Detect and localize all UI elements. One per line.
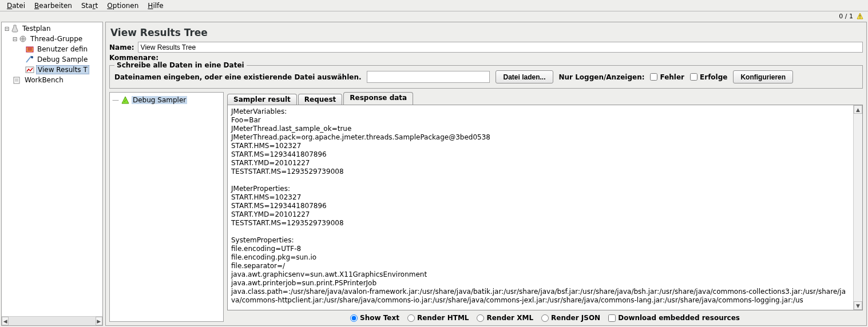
view-results-icon bbox=[25, 65, 35, 74]
response-text-area[interactable]: JMeterVariables: Foo=Bar JMeterThread.la… bbox=[228, 105, 853, 310]
svg-text:✓: ✓ bbox=[124, 98, 128, 103]
tab-request[interactable]: Request bbox=[298, 94, 343, 105]
panel-title: View Results Tree bbox=[110, 27, 863, 38]
response-data-panel: JMeterVariables: Foo=Bar JMeterThread.la… bbox=[227, 105, 863, 310]
result-label: Debug Sampler bbox=[132, 96, 187, 104]
tree-label: Thread-Gruppe bbox=[29, 35, 84, 43]
fieldset-legend: Schreibe alle Daten in eine Datei bbox=[114, 61, 247, 69]
menu-start[interactable]: Start bbox=[79, 1, 100, 10]
menu-datei[interactable]: Datei bbox=[5, 1, 27, 10]
svg-rect-2 bbox=[859, 18, 860, 18]
menu-hilfe[interactable]: Hilfe bbox=[145, 1, 165, 10]
tree-label: Debug Sample bbox=[36, 55, 89, 63]
menubar: Datei Bearbeiten Start Optionen Hilfe bbox=[0, 0, 868, 11]
configure-button[interactable]: Konfigurieren bbox=[733, 70, 793, 83]
render-show-text[interactable]: Show Text bbox=[350, 314, 399, 322]
render-options: Show Text Render HTML Render XML Render … bbox=[227, 310, 863, 322]
test-plan-tree[interactable]: ⊟ Testplan ⊟ Thread-Gruppe Benutzer defi… bbox=[2, 22, 102, 316]
vertical-scrollbar[interactable]: ▲ ▼ bbox=[853, 105, 862, 310]
test-plan-tree-pane: ⊟ Testplan ⊟ Thread-Gruppe Benutzer defi… bbox=[1, 22, 103, 326]
counter-row: 0 / 1 bbox=[0, 11, 868, 21]
scroll-down-icon[interactable]: ▼ bbox=[854, 301, 862, 310]
tree-handle-icon[interactable]: ⊟ bbox=[12, 36, 18, 42]
tree-handle-icon[interactable]: ⊟ bbox=[4, 26, 10, 32]
success-checkbox[interactable]: Erfolge bbox=[690, 73, 727, 81]
user-vars-icon bbox=[25, 45, 35, 54]
debug-sampler-icon bbox=[25, 55, 35, 64]
svg-point-5 bbox=[31, 56, 33, 58]
tree-node-thread-group[interactable]: ⊟ Thread-Gruppe bbox=[2, 34, 102, 44]
filename-prompt: Dateinamen eingeben, oder eine existiere… bbox=[114, 73, 361, 81]
name-row: Name: bbox=[109, 42, 863, 53]
load-file-button[interactable]: Datei laden... bbox=[496, 70, 553, 83]
success-icon: ✓ bbox=[121, 96, 129, 104]
filename-input[interactable] bbox=[367, 71, 490, 83]
render-xml[interactable]: Render XML bbox=[477, 314, 533, 322]
tab-response-data[interactable]: Response data bbox=[343, 92, 413, 105]
result-tabs-area: Sampler result Request Response data JMe… bbox=[227, 92, 863, 322]
menu-bearbeiten[interactable]: Bearbeiten bbox=[32, 1, 74, 10]
write-results-fieldset: Schreibe alle Daten in eine Datei Datein… bbox=[109, 65, 863, 89]
tree-node-debug-sampler[interactable]: Debug Sample bbox=[2, 54, 102, 65]
name-input[interactable] bbox=[138, 42, 863, 53]
menu-optionen[interactable]: Optionen bbox=[105, 1, 141, 10]
tree-node-workbench[interactable]: WorkBench bbox=[2, 75, 102, 85]
tree-label: Testplan bbox=[21, 25, 52, 33]
result-tree[interactable]: — ✓ Debug Sampler bbox=[109, 92, 224, 322]
flask-icon bbox=[10, 24, 20, 33]
editor-pane: View Results Tree Name: Kommenare: Schre… bbox=[105, 22, 867, 326]
comment-label: Kommenare: bbox=[109, 54, 158, 62]
name-label: Name: bbox=[109, 43, 134, 51]
scroll-up-icon[interactable]: ▲ bbox=[854, 105, 862, 114]
tree-label: WorkBench bbox=[23, 76, 65, 84]
thread-counter: 0 / 1 bbox=[839, 13, 853, 20]
tree-branch-icon: — bbox=[112, 96, 119, 104]
download-embedded-checkbox[interactable]: Download embedded resources bbox=[608, 314, 740, 322]
warning-icon bbox=[857, 13, 863, 19]
tree-node-testplan[interactable]: ⊟ Testplan bbox=[2, 23, 102, 34]
workbench-icon bbox=[12, 75, 22, 85]
tree-label: Benutzer defin bbox=[36, 45, 89, 53]
result-tree-item[interactable]: — ✓ Debug Sampler bbox=[112, 95, 221, 105]
log-display-label: Nur Loggen/Anzeigen: bbox=[559, 73, 645, 81]
result-tabs: Sampler result Request Response data bbox=[227, 92, 863, 105]
render-html[interactable]: Render HTML bbox=[407, 314, 469, 322]
thread-group-icon bbox=[18, 34, 28, 43]
tree-node-view-results[interactable]: View Results T bbox=[2, 65, 102, 75]
tab-sampler-result[interactable]: Sampler result bbox=[227, 94, 297, 105]
comment-row: Kommenare: bbox=[109, 54, 863, 62]
errors-checkbox[interactable]: Fehler bbox=[650, 73, 684, 81]
tree-node-user-vars[interactable]: Benutzer defin bbox=[2, 44, 102, 54]
render-json[interactable]: Render JSON bbox=[541, 314, 600, 322]
horizontal-scrollbar[interactable]: ◀ ▶ bbox=[2, 316, 102, 325]
svg-rect-1 bbox=[859, 15, 860, 17]
tree-label: View Results T bbox=[36, 65, 89, 74]
